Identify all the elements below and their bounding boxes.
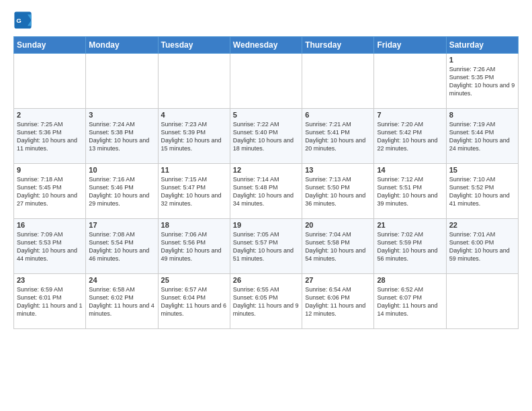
- day-number: 9: [17, 166, 83, 174]
- day-number: 17: [89, 221, 154, 229]
- week-row-2: 2Sunrise: 7:25 AM Sunset: 5:36 PM Daylig…: [14, 109, 519, 164]
- day-number: 16: [17, 221, 83, 229]
- calendar-cell: [446, 274, 518, 329]
- cell-info: Sunrise: 7:15 AM Sunset: 5:47 PM Dayligh…: [161, 175, 227, 208]
- calendar-cell: 21Sunrise: 7:02 AM Sunset: 5:59 PM Dayli…: [374, 219, 446, 274]
- weekday-tuesday: Tuesday: [158, 37, 230, 54]
- day-number: 6: [305, 111, 371, 119]
- logo: G: [13, 11, 34, 30]
- cell-info: Sunrise: 7:14 AM Sunset: 5:48 PM Dayligh…: [233, 175, 299, 208]
- week-row-5: 23Sunrise: 6:59 AM Sunset: 6:01 PM Dayli…: [14, 274, 519, 329]
- day-number: 5: [233, 111, 299, 119]
- day-number: 18: [161, 221, 227, 229]
- calendar-cell: 27Sunrise: 6:54 AM Sunset: 6:06 PM Dayli…: [302, 274, 374, 329]
- cell-info: Sunrise: 7:19 AM Sunset: 5:44 PM Dayligh…: [449, 120, 515, 153]
- header: G: [13, 11, 519, 30]
- logo-icon: G: [13, 11, 32, 30]
- calendar-cell: 3Sunrise: 7:24 AM Sunset: 5:38 PM Daylig…: [86, 109, 158, 164]
- cell-info: Sunrise: 6:59 AM Sunset: 6:01 PM Dayligh…: [17, 285, 83, 318]
- cell-info: Sunrise: 7:04 AM Sunset: 5:58 PM Dayligh…: [305, 230, 371, 263]
- cell-info: Sunrise: 7:01 AM Sunset: 6:00 PM Dayligh…: [449, 230, 515, 263]
- calendar-cell: 12Sunrise: 7:14 AM Sunset: 5:48 PM Dayli…: [230, 164, 302, 219]
- calendar-cell: [374, 54, 446, 109]
- cell-info: Sunrise: 6:57 AM Sunset: 6:04 PM Dayligh…: [161, 285, 227, 318]
- day-number: 23: [17, 276, 83, 284]
- day-number: 27: [305, 276, 371, 284]
- cell-info: Sunrise: 7:08 AM Sunset: 5:54 PM Dayligh…: [89, 230, 154, 263]
- calendar-cell: 15Sunrise: 7:10 AM Sunset: 5:52 PM Dayli…: [446, 164, 518, 219]
- cell-info: Sunrise: 6:52 AM Sunset: 6:07 PM Dayligh…: [377, 285, 443, 318]
- day-number: 13: [305, 166, 371, 174]
- cell-info: Sunrise: 7:21 AM Sunset: 5:41 PM Dayligh…: [305, 120, 371, 153]
- week-row-4: 16Sunrise: 7:09 AM Sunset: 5:53 PM Dayli…: [14, 219, 519, 274]
- day-number: 21: [377, 221, 443, 229]
- calendar-cell: 13Sunrise: 7:13 AM Sunset: 5:50 PM Dayli…: [302, 164, 374, 219]
- cell-info: Sunrise: 7:02 AM Sunset: 5:59 PM Dayligh…: [377, 230, 443, 263]
- day-number: 22: [449, 221, 515, 229]
- calendar-cell: 7Sunrise: 7:20 AM Sunset: 5:42 PM Daylig…: [374, 109, 446, 164]
- cell-info: Sunrise: 7:26 AM Sunset: 5:35 PM Dayligh…: [449, 65, 515, 98]
- day-number: 12: [233, 166, 299, 174]
- day-number: 2: [17, 111, 83, 119]
- calendar-cell: 23Sunrise: 6:59 AM Sunset: 6:01 PM Dayli…: [14, 274, 86, 329]
- calendar-cell: 8Sunrise: 7:19 AM Sunset: 5:44 PM Daylig…: [446, 109, 518, 164]
- day-number: 1: [449, 56, 515, 64]
- weekday-header-row: SundayMondayTuesdayWednesdayThursdayFrid…: [14, 37, 519, 54]
- cell-info: Sunrise: 7:20 AM Sunset: 5:42 PM Dayligh…: [377, 120, 443, 153]
- cell-info: Sunrise: 7:12 AM Sunset: 5:51 PM Dayligh…: [377, 175, 443, 208]
- cell-info: Sunrise: 7:09 AM Sunset: 5:53 PM Dayligh…: [17, 230, 83, 263]
- calendar-cell: 24Sunrise: 6:58 AM Sunset: 6:02 PM Dayli…: [86, 274, 158, 329]
- cell-info: Sunrise: 7:18 AM Sunset: 5:45 PM Dayligh…: [17, 175, 83, 208]
- calendar-cell: [14, 54, 86, 109]
- day-number: 3: [89, 111, 154, 119]
- day-number: 10: [89, 166, 154, 174]
- day-number: 28: [377, 276, 443, 284]
- cell-info: Sunrise: 7:16 AM Sunset: 5:46 PM Dayligh…: [89, 175, 154, 208]
- cell-info: Sunrise: 7:22 AM Sunset: 5:40 PM Dayligh…: [233, 120, 299, 153]
- cell-info: Sunrise: 7:06 AM Sunset: 5:56 PM Dayligh…: [161, 230, 227, 263]
- cell-info: Sunrise: 6:54 AM Sunset: 6:06 PM Dayligh…: [305, 285, 371, 318]
- calendar-cell: [158, 54, 230, 109]
- cell-info: Sunrise: 6:58 AM Sunset: 6:02 PM Dayligh…: [89, 285, 154, 318]
- day-number: 15: [449, 166, 515, 174]
- weekday-wednesday: Wednesday: [230, 37, 302, 54]
- calendar-cell: 20Sunrise: 7:04 AM Sunset: 5:58 PM Dayli…: [302, 219, 374, 274]
- day-number: 4: [161, 111, 227, 119]
- day-number: 11: [161, 166, 227, 174]
- cell-info: Sunrise: 7:24 AM Sunset: 5:38 PM Dayligh…: [89, 120, 154, 153]
- calendar-cell: 16Sunrise: 7:09 AM Sunset: 5:53 PM Dayli…: [14, 219, 86, 274]
- cell-info: Sunrise: 7:05 AM Sunset: 5:57 PM Dayligh…: [233, 230, 299, 263]
- calendar-cell: 14Sunrise: 7:12 AM Sunset: 5:51 PM Dayli…: [374, 164, 446, 219]
- cell-info: Sunrise: 7:13 AM Sunset: 5:50 PM Dayligh…: [305, 175, 371, 208]
- calendar-cell: 11Sunrise: 7:15 AM Sunset: 5:47 PM Dayli…: [158, 164, 230, 219]
- calendar-cell: 10Sunrise: 7:16 AM Sunset: 5:46 PM Dayli…: [86, 164, 158, 219]
- calendar-cell: 26Sunrise: 6:55 AM Sunset: 6:05 PM Dayli…: [230, 274, 302, 329]
- calendar-table: SundayMondayTuesdayWednesdayThursdayFrid…: [13, 36, 519, 329]
- calendar-cell: 19Sunrise: 7:05 AM Sunset: 5:57 PM Dayli…: [230, 219, 302, 274]
- cell-info: Sunrise: 6:55 AM Sunset: 6:05 PM Dayligh…: [233, 285, 299, 318]
- svg-text:G: G: [16, 17, 21, 24]
- cell-info: Sunrise: 7:10 AM Sunset: 5:52 PM Dayligh…: [449, 175, 515, 208]
- calendar-cell: 22Sunrise: 7:01 AM Sunset: 6:00 PM Dayli…: [446, 219, 518, 274]
- day-number: 25: [161, 276, 227, 284]
- calendar-cell: 4Sunrise: 7:23 AM Sunset: 5:39 PM Daylig…: [158, 109, 230, 164]
- weekday-saturday: Saturday: [446, 37, 518, 54]
- calendar-cell: 6Sunrise: 7:21 AM Sunset: 5:41 PM Daylig…: [302, 109, 374, 164]
- calendar-cell: [230, 54, 302, 109]
- day-number: 19: [233, 221, 299, 229]
- week-row-3: 9Sunrise: 7:18 AM Sunset: 5:45 PM Daylig…: [14, 164, 519, 219]
- day-number: 24: [89, 276, 154, 284]
- day-number: 14: [377, 166, 443, 174]
- cell-info: Sunrise: 7:23 AM Sunset: 5:39 PM Dayligh…: [161, 120, 227, 153]
- day-number: 26: [233, 276, 299, 284]
- weekday-sunday: Sunday: [14, 37, 86, 54]
- day-number: 20: [305, 221, 371, 229]
- week-row-1: 1Sunrise: 7:26 AM Sunset: 5:35 PM Daylig…: [14, 54, 519, 109]
- weekday-monday: Monday: [86, 37, 158, 54]
- day-number: 7: [377, 111, 443, 119]
- calendar-cell: 18Sunrise: 7:06 AM Sunset: 5:56 PM Dayli…: [158, 219, 230, 274]
- day-number: 8: [449, 111, 515, 119]
- calendar-cell: 25Sunrise: 6:57 AM Sunset: 6:04 PM Dayli…: [158, 274, 230, 329]
- weekday-thursday: Thursday: [302, 37, 374, 54]
- calendar-cell: 17Sunrise: 7:08 AM Sunset: 5:54 PM Dayli…: [86, 219, 158, 274]
